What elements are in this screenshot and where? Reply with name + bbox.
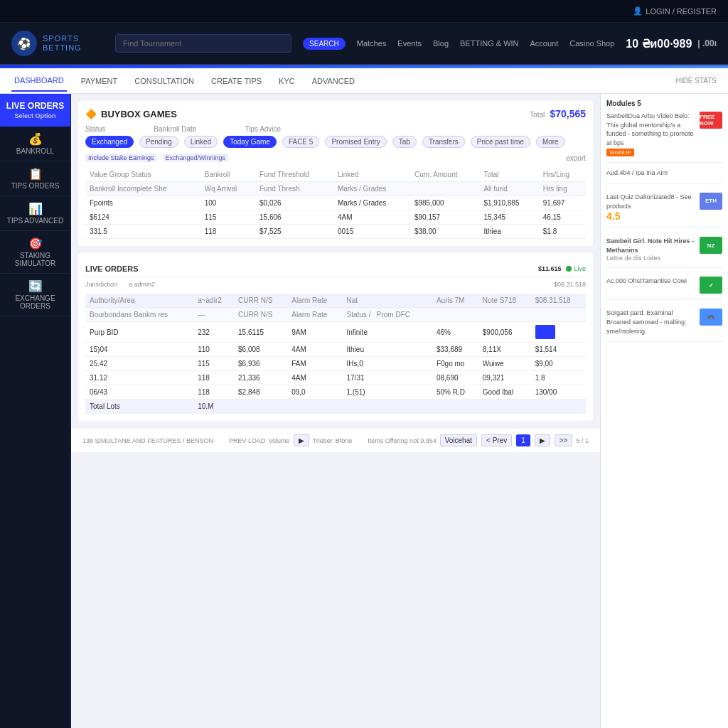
- cell-col7: 46,15: [539, 210, 586, 225]
- cell-col2: 100: [200, 196, 255, 210]
- cell-col1: $6124: [85, 210, 200, 225]
- live-indicator: $11.615 Live: [538, 265, 586, 272]
- rp-item-3: Last Quiz Daltonizated8 - See products 4…: [606, 193, 722, 228]
- rp-quiz-title: Last Quiz Daltonizated8 - See products: [606, 193, 695, 210]
- sidebar-staking-label: STAKING SIMULATOR: [6, 252, 65, 267]
- filter-promised[interactable]: Promised Entry: [325, 136, 386, 148]
- rp-img-eth: ETH: [700, 193, 722, 210]
- filter-pending[interactable]: Pending: [139, 136, 178, 148]
- nav-matches[interactable]: Matches: [357, 39, 387, 48]
- buybox-filters: Exchanged Pending Linked Today Game FACE…: [85, 136, 586, 148]
- subnav-kyc[interactable]: KYC: [276, 71, 298, 91]
- last-page[interactable]: >>: [555, 434, 573, 446]
- bankroll-icon: 💰: [6, 132, 65, 146]
- buybox-subtabs: Include Stake Earnings Exchanged/Winning…: [85, 154, 586, 162]
- sidebar-tips-advanced-label: TIPS ADVANCED: [6, 217, 65, 225]
- col-bankroll-date: Bankroll Date: [154, 125, 196, 133]
- filter-today-game[interactable]: Today Game: [223, 136, 277, 148]
- buybox-right-action[interactable]: export: [566, 154, 586, 162]
- buybox-header: 🔶 BUYBOX GAMES Total $70,565: [85, 108, 586, 119]
- sidebar-live-orders[interactable]: LIVE ORDERS Select Option: [0, 94, 70, 127]
- sidebar-item-tips-orders[interactable]: 📋 TIPS ORDERS: [0, 161, 70, 196]
- filter-price-past[interactable]: Price past time: [471, 136, 530, 148]
- filter-exchanged[interactable]: Exchanged: [85, 136, 134, 148]
- voicehat-button[interactable]: Voicehat: [440, 434, 477, 446]
- nav-events[interactable]: Events: [397, 39, 422, 48]
- buybox-table: Value Group Status Bankroll Fund Thresho…: [85, 168, 586, 239]
- filter-transfers[interactable]: Transfers: [422, 136, 465, 148]
- search-button[interactable]: SEARCH: [303, 38, 346, 50]
- rp-img-check: ✓: [700, 277, 722, 294]
- subnav-create-tips[interactable]: CREATE TIPS: [208, 71, 264, 91]
- nav-betting[interactable]: BETTING & WIN: [460, 39, 519, 48]
- rp-section-1: Modules 5 SanbeitDua Arbu Video Belo: Th…: [606, 100, 722, 184]
- table-row: $6124 115 15,606 4AM $90,157 15,345 46,1…: [85, 210, 586, 225]
- rp-item-text-2: Aud.4b4 / Ipa Ina Aim: [606, 168, 722, 178]
- subtab-include-stake[interactable]: Include Stake Earnings: [85, 154, 157, 162]
- lo-admin2-label: a admin2: [129, 281, 155, 288]
- lo-th1: Authority/Area: [85, 294, 193, 308]
- prev-button[interactable]: ▶: [294, 434, 309, 446]
- pagination-controls: PREV LOAD Volume ▶ Trieber Bfone: [229, 434, 352, 446]
- lo-th5: Nat: [343, 294, 432, 308]
- rp-item-6: Sorgast pard. Examinal Broaned samosed -…: [606, 309, 722, 342]
- subnav-consultation[interactable]: CONSULTATION: [132, 71, 197, 91]
- sidebar-item-exchange[interactable]: 🔄 EXCHANGE ORDERS: [0, 274, 70, 316]
- logo-icon: ⚽: [11, 31, 37, 56]
- lo-total: $08.31.518: [554, 281, 586, 288]
- filter-linked[interactable]: Linked: [184, 136, 218, 148]
- cell-col4: 0015: [333, 225, 410, 239]
- page-2[interactable]: ▶: [535, 434, 550, 446]
- cell-col1: 331.5: [85, 225, 200, 239]
- main-layout: LIVE ORDERS Select Option 💰 BANKROLL 📋 T…: [0, 94, 728, 728]
- cell-col6: Ithiea: [479, 225, 538, 239]
- rp-img-1: FREE NOW: [700, 112, 722, 129]
- rp-img-nz: NZ: [700, 237, 722, 254]
- logo-letter: ⚽: [17, 37, 31, 50]
- table-row: 31.12 118 21,336 4AM 17/31 08,690 09,321…: [85, 371, 586, 385]
- nav-blog[interactable]: Blog: [433, 39, 449, 48]
- sidebar-item-tips-advanced[interactable]: 📊 TIPS ADVANCED: [0, 196, 70, 231]
- balance-unit: | .00ι: [697, 38, 717, 48]
- tips-advanced-icon: 📊: [6, 202, 65, 215]
- header-search: [115, 34, 291, 53]
- subnav-payment[interactable]: PAYMENT: [78, 71, 121, 91]
- right-panel: Modules 5 SanbeitDua Arbu Video Belo: Th…: [600, 94, 728, 728]
- filter-more[interactable]: More: [536, 136, 565, 148]
- buybox-icon: 🔶: [85, 109, 97, 119]
- sidebar: LIVE ORDERS Select Option 💰 BANKROLL 📋 T…: [0, 94, 71, 728]
- user-icon: 👤: [633, 6, 643, 16]
- th-fund-thresh: Fund Threshold: [255, 168, 333, 182]
- sub-nav: DASHBOARD PAYMENT CONSULTATION CREATE TI…: [0, 68, 728, 94]
- buybox-section: 🔶 BUYBOX GAMES Total $70,565 Status Bank…: [78, 101, 593, 246]
- rp-item-5: Ac.000 OhstTamantise Cowi ✓: [606, 277, 722, 300]
- tips-orders-icon: 📋: [6, 167, 65, 181]
- nav-account[interactable]: Account: [530, 39, 559, 48]
- lo-th2: a~adir2: [193, 294, 234, 308]
- page-1[interactable]: 1: [516, 434, 530, 446]
- sidebar-tips-orders-label: TIPS ORDERS: [6, 182, 65, 190]
- live-dot: [566, 266, 572, 272]
- nav-casino[interactable]: Casino Shop: [569, 39, 614, 48]
- pagination-info: 138 SIMULTANE AND FEATURES / BENSON: [82, 437, 213, 444]
- live-orders-footer: Total Lots 10.M: [85, 400, 586, 414]
- page-size: 5 / 1: [576, 437, 589, 444]
- sidebar-live-sub: Select Option: [6, 112, 65, 119]
- filter-face5[interactable]: FACE 5: [282, 136, 319, 148]
- filter-tab[interactable]: Tab: [392, 136, 417, 148]
- buybox-total: Total $70,565: [530, 108, 586, 119]
- cell-col7: $1.8: [539, 225, 586, 239]
- staking-icon: 🎯: [6, 237, 65, 250]
- search-input[interactable]: [115, 34, 291, 53]
- login-button[interactable]: 👤 LOGIN / REGISTER: [633, 6, 717, 16]
- sidebar-item-bankroll[interactable]: 💰 BANKROLL: [0, 127, 70, 161]
- subnav-advanced[interactable]: ADVANCED: [309, 71, 358, 91]
- subtab-exchanged-winnings[interactable]: Exchanged/Winnings: [163, 154, 229, 162]
- cell-col3: $0,026: [255, 196, 333, 210]
- subnav-dashboard[interactable]: DASHBOARD: [11, 70, 67, 92]
- hide-stats[interactable]: HIDE STATS: [676, 77, 717, 85]
- sidebar-exchange-label: EXCHANGE ORDERS: [6, 294, 65, 310]
- sidebar-item-staking[interactable]: 🎯 STAKING SIMULATOR: [0, 231, 70, 274]
- rp-item-title-3: Sambeit Girl. Note Hit Hires - Methanins: [606, 237, 695, 255]
- prev-page[interactable]: < Prev: [481, 434, 512, 446]
